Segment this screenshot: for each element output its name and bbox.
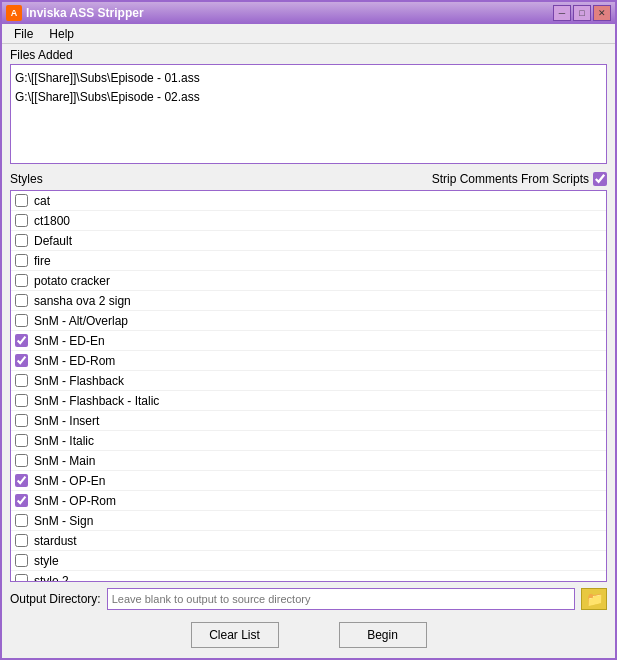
style-name-10: SnM - Flashback - Italic	[34, 394, 159, 408]
style-name-8: SnM - ED-Rom	[34, 354, 115, 368]
style-item: SnM - Main	[11, 451, 606, 471]
style-checkbox-13[interactable]	[15, 454, 28, 467]
window-title: Inviska ASS Stripper	[26, 6, 144, 20]
menu-help[interactable]: Help	[41, 25, 82, 43]
files-area[interactable]: G:\[[Share]]\Subs\Episode - 01.ass G:\[[…	[10, 64, 607, 164]
style-item: SnM - Flashback	[11, 371, 606, 391]
main-window: A Inviska ASS Stripper ─ □ ✕ File Help F…	[0, 0, 617, 660]
style-name-16: SnM - Sign	[34, 514, 93, 528]
style-name-3: fire	[34, 254, 51, 268]
bottom-buttons: Clear List Begin	[2, 616, 615, 658]
styles-list[interactable]: catct1800Defaultfirepotato crackersansha…	[10, 190, 607, 582]
style-name-17: stardust	[34, 534, 77, 548]
files-label: Files Added	[10, 48, 607, 62]
style-name-1: ct1800	[34, 214, 70, 228]
style-checkbox-9[interactable]	[15, 374, 28, 387]
style-checkbox-10[interactable]	[15, 394, 28, 407]
style-item: SnM - OP-Rom	[11, 491, 606, 511]
style-name-9: SnM - Flashback	[34, 374, 124, 388]
output-input[interactable]	[107, 588, 575, 610]
style-item: SnM - ED-En	[11, 331, 606, 351]
style-item: SnM - Insert	[11, 411, 606, 431]
style-name-19: style 2	[34, 574, 69, 583]
style-name-18: style	[34, 554, 59, 568]
style-item: style 2	[11, 571, 606, 582]
style-checkbox-3[interactable]	[15, 254, 28, 267]
style-item: fire	[11, 251, 606, 271]
app-icon: A	[6, 5, 22, 21]
folder-icon: 📁	[586, 591, 603, 607]
style-item: stardust	[11, 531, 606, 551]
style-checkbox-12[interactable]	[15, 434, 28, 447]
style-item: SnM - ED-Rom	[11, 351, 606, 371]
style-checkbox-7[interactable]	[15, 334, 28, 347]
menu-bar: File Help	[2, 24, 615, 44]
style-name-15: SnM - OP-Rom	[34, 494, 116, 508]
style-item: Default	[11, 231, 606, 251]
menu-file[interactable]: File	[6, 25, 41, 43]
strip-comments-checkbox[interactable]	[593, 172, 607, 186]
style-item: sansha ova 2 sign	[11, 291, 606, 311]
maximize-button[interactable]: □	[573, 5, 591, 21]
style-checkbox-4[interactable]	[15, 274, 28, 287]
close-button[interactable]: ✕	[593, 5, 611, 21]
style-checkbox-15[interactable]	[15, 494, 28, 507]
style-name-0: cat	[34, 194, 50, 208]
strip-comments-label: Strip Comments From Scripts	[432, 172, 589, 186]
style-checkbox-0[interactable]	[15, 194, 28, 207]
folder-browse-button[interactable]: 📁	[581, 588, 607, 610]
file-entry-2: G:\[[Share]]\Subs\Episode - 02.ass	[15, 88, 602, 107]
style-name-11: SnM - Insert	[34, 414, 99, 428]
style-name-12: SnM - Italic	[34, 434, 94, 448]
style-item: SnM - Flashback - Italic	[11, 391, 606, 411]
styles-header: Styles Strip Comments From Scripts	[2, 168, 615, 190]
style-checkbox-11[interactable]	[15, 414, 28, 427]
style-checkbox-19[interactable]	[15, 574, 28, 582]
styles-label: Styles	[10, 172, 43, 186]
style-item: SnM - Alt/Overlap	[11, 311, 606, 331]
style-checkbox-6[interactable]	[15, 314, 28, 327]
output-section: Output Directory: 📁	[2, 582, 615, 616]
style-checkbox-18[interactable]	[15, 554, 28, 567]
style-checkbox-17[interactable]	[15, 534, 28, 547]
style-item: cat	[11, 191, 606, 211]
strip-comments-container: Strip Comments From Scripts	[432, 172, 607, 186]
style-checkbox-1[interactable]	[15, 214, 28, 227]
app-icon-letter: A	[11, 8, 18, 18]
style-item: potato cracker	[11, 271, 606, 291]
style-checkbox-2[interactable]	[15, 234, 28, 247]
style-checkbox-14[interactable]	[15, 474, 28, 487]
style-name-5: sansha ova 2 sign	[34, 294, 131, 308]
style-name-7: SnM - ED-En	[34, 334, 105, 348]
style-item: ct1800	[11, 211, 606, 231]
style-item: SnM - OP-En	[11, 471, 606, 491]
files-section: Files Added G:\[[Share]]\Subs\Episode - …	[2, 44, 615, 168]
style-checkbox-16[interactable]	[15, 514, 28, 527]
style-name-6: SnM - Alt/Overlap	[34, 314, 128, 328]
style-item: SnM - Italic	[11, 431, 606, 451]
style-name-4: potato cracker	[34, 274, 110, 288]
clear-list-button[interactable]: Clear List	[191, 622, 279, 648]
title-buttons: ─ □ ✕	[553, 5, 611, 21]
style-item: style	[11, 551, 606, 571]
style-item: SnM - Sign	[11, 511, 606, 531]
minimize-button[interactable]: ─	[553, 5, 571, 21]
style-name-2: Default	[34, 234, 72, 248]
style-checkbox-5[interactable]	[15, 294, 28, 307]
begin-button[interactable]: Begin	[339, 622, 427, 648]
style-name-14: SnM - OP-En	[34, 474, 105, 488]
title-bar: A Inviska ASS Stripper ─ □ ✕	[2, 2, 615, 24]
output-label: Output Directory:	[10, 592, 101, 606]
title-bar-left: A Inviska ASS Stripper	[6, 5, 144, 21]
file-entry-1: G:\[[Share]]\Subs\Episode - 01.ass	[15, 69, 602, 88]
style-checkbox-8[interactable]	[15, 354, 28, 367]
style-name-13: SnM - Main	[34, 454, 95, 468]
